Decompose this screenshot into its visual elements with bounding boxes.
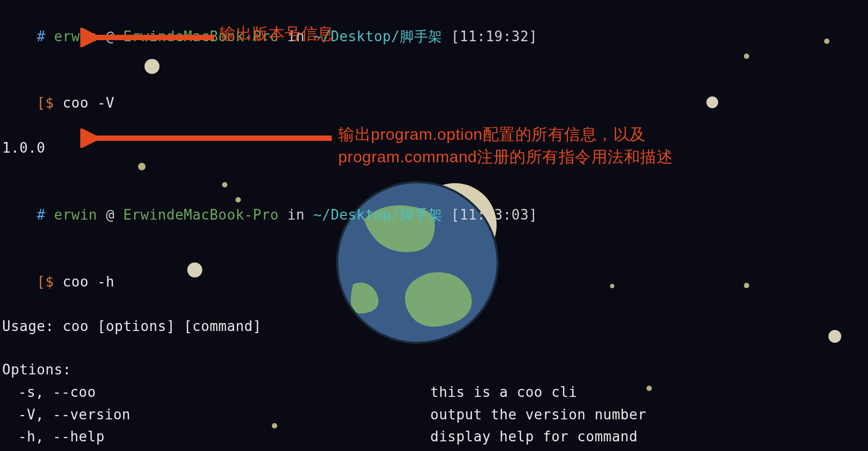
arrow-annotation-icon (80, 28, 219, 47)
option-row: -s, --coo this is a coo cli (2, 381, 866, 404)
option-flags: -V, --version (2, 404, 307, 426)
option-desc: this is a coo cli (307, 381, 866, 404)
prompt-hash: # (37, 207, 45, 223)
command-text: coo -h (63, 274, 115, 290)
option-row: -h, --help display help for command (2, 426, 866, 448)
command-text: coo -V (63, 95, 115, 111)
prompt-hash: # (37, 28, 45, 44)
prompt-path: ~/Desktop/脚手架 (314, 207, 443, 223)
arrow-annotation-icon (80, 129, 337, 148)
option-flags: -h, --help (2, 426, 307, 448)
option-flags: -s, --coo (2, 381, 307, 404)
prompt-dollar: [$ (37, 95, 54, 111)
option-desc: display help for command (307, 426, 866, 448)
prompt-user: erwin (54, 207, 97, 223)
prompt-time: [11:19:32] (451, 28, 538, 44)
prompt-in: in (287, 207, 304, 223)
annotation-help: 输出program.option配置的所有信息，以及program.comman… (338, 123, 745, 168)
prompt-host: ErwindeMacBook-Pro (123, 207, 279, 223)
option-desc: output the version number (307, 404, 866, 426)
prompt-dollar: [$ (37, 274, 54, 290)
option-row: -V, --version output the version number (2, 404, 866, 426)
prompt-time: [11:23:03] (451, 207, 538, 223)
options-header: Options: (2, 359, 866, 381)
prompt-line: # erwin @ ErwindeMacBook-Pro in ~/Deskto… (2, 182, 866, 249)
terminal-output: # erwin @ ErwindeMacBook-Pro in ~/Deskto… (0, 0, 868, 451)
usage-line: Usage: coo [options] [command] (2, 315, 866, 338)
prompt-at: @ (106, 207, 115, 223)
annotation-version: 输出版本号信息 (219, 22, 334, 45)
command-line[interactable]: [$ coo -h (2, 249, 866, 315)
